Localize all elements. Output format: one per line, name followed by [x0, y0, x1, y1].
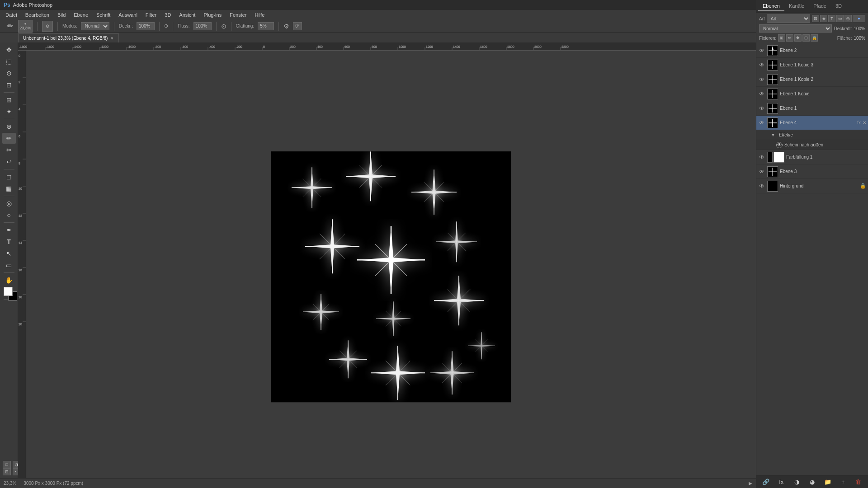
right-panel: Ebenen Kanäle Pfade 3D Art Art ⊡ ◈ T ▭ ◎…	[756, 0, 868, 488]
screen-mode-btn[interactable]: ⊟	[3, 468, 11, 475]
normal-mode-btn[interactable]: □	[3, 461, 11, 468]
svg-text:2000: 2000	[534, 45, 542, 48]
select-rect-tool[interactable]: ⬚	[2, 56, 16, 67]
brush-preset-btn[interactable]: ⊙	[42, 21, 53, 32]
document-info: 3000 Px x 3000 Px (72 ppcm)	[24, 481, 83, 486]
svg-text:10: 10	[19, 187, 22, 190]
link-layers-btn[interactable]: 🔗	[761, 478, 771, 487]
layer-visibility-toggle[interactable]: 👁	[758, 105, 765, 112]
layer-visibility-toggle[interactable]: 👁	[758, 154, 765, 161]
canvas-area[interactable]	[26, 51, 756, 478]
settings-btn[interactable]: ⚙	[283, 23, 289, 30]
layer-item[interactable]: 👁 Ebene 4 fx ✕	[756, 116, 868, 130]
filter-shape-btn[interactable]: ▭	[836, 15, 844, 22]
layer-visibility-toggle[interactable]: 👁	[758, 119, 765, 127]
menu-3d[interactable]: 3D	[161, 11, 175, 19]
crop-tool[interactable]: ⊞	[2, 94, 16, 105]
eyedropper-tool[interactable]: ✦	[2, 106, 16, 117]
type-tool[interactable]: T	[2, 236, 16, 247]
clone-tool[interactable]: ✂	[2, 145, 16, 155]
layer-visibility-toggle[interactable]: 👁	[758, 47, 765, 54]
eraser-tool[interactable]: ◻	[2, 171, 16, 182]
lock-artboard-btn[interactable]: ⊡	[802, 34, 810, 42]
layer-effects-group[interactable]: ▼ Effekte	[756, 130, 868, 140]
menu-plugins[interactable]: Plug-ins	[200, 11, 225, 19]
layer-item[interactable]: 👁 Hintergrund 🔒	[756, 179, 868, 193]
menu-fenster[interactable]: Fenster	[226, 11, 250, 19]
hand-tool[interactable]: ✋	[2, 275, 16, 286]
brush-tool[interactable]: ✏	[2, 133, 16, 144]
add-adjustment-btn[interactable]: ◕	[807, 478, 817, 487]
tab-ebenen[interactable]: Ebenen	[758, 1, 784, 11]
filter-type-select[interactable]: Art	[767, 14, 810, 23]
titlebar: Ps Adobe Photoshop ─ □ ✕	[0, 0, 868, 10]
canvas[interactable]	[271, 151, 511, 402]
dodge-tool[interactable]: ○	[2, 210, 16, 221]
filter-adjustment-btn[interactable]: ◈	[820, 15, 827, 22]
rotation-input[interactable]: 0°	[293, 22, 302, 30]
lock-pixels-btn[interactable]: ✏	[786, 34, 793, 42]
tab-pfade[interactable]: Pfade	[809, 1, 831, 11]
layer-item[interactable]: 👁 Ebene 3	[756, 164, 868, 179]
effect-visibility-icon[interactable]: 👁	[776, 142, 783, 148]
menu-filter[interactable]: Filter	[142, 11, 160, 19]
layer-options-icon[interactable]: ✕	[863, 120, 866, 125]
layer-name: Ebene 1 Kopie 2	[780, 77, 866, 82]
layer-visibility-toggle[interactable]: 👁	[758, 168, 765, 175]
filter-kind-btn[interactable]: ⊡	[812, 15, 819, 22]
tab-close-btn[interactable]: ✕	[110, 36, 114, 41]
delete-layer-btn[interactable]: 🗑	[854, 478, 863, 487]
blend-mode-select[interactable]: Normal	[759, 24, 832, 33]
menu-datei[interactable]: Datei	[2, 11, 21, 19]
layer-visibility-toggle[interactable]: 👁	[758, 90, 765, 98]
lock-position-btn[interactable]: ✥	[794, 34, 802, 42]
blur-tool[interactable]: ◎	[2, 198, 16, 209]
menu-schrift[interactable]: Schrift	[93, 11, 114, 19]
layer-visibility-toggle[interactable]: 👁	[758, 61, 765, 69]
fluss-input[interactable]	[193, 22, 212, 30]
lock-all-btn[interactable]: 🔒	[811, 34, 818, 42]
layer-item[interactable]: 👁 Ebene 1 Kopie	[756, 87, 868, 101]
quick-select-tool[interactable]: ⊡	[2, 80, 16, 90]
layer-item[interactable]: 👁 Farbfüllung 1	[756, 150, 868, 164]
layer-visibility-toggle[interactable]: 👁	[758, 76, 765, 83]
glattung-input[interactable]	[258, 22, 274, 30]
tab-kanale[interactable]: Kanäle	[784, 1, 809, 11]
pressure-opacity-btn[interactable]: ⊕	[164, 23, 168, 29]
brush-size-input[interactable]: ● 23,3%	[18, 20, 33, 33]
gradient-tool[interactable]: ▦	[2, 183, 16, 194]
menu-bearbeiten[interactable]: Bearbeiten	[22, 11, 53, 19]
foreground-color-swatch[interactable]	[4, 287, 13, 296]
history-brush-tool[interactable]: ↩	[2, 156, 16, 167]
filter-type-btn[interactable]: T	[828, 15, 835, 22]
menu-bild[interactable]: Bild	[54, 11, 69, 19]
new-group-btn[interactable]: 📁	[823, 478, 833, 487]
layer-item[interactable]: 👁 Ebene 2	[756, 43, 868, 58]
filter-smart-btn[interactable]: ◎	[844, 15, 852, 22]
filter-toggle[interactable]: ●	[853, 15, 865, 22]
deckung-input[interactable]	[137, 22, 155, 30]
lock-transparent-btn[interactable]: ⊞	[778, 34, 785, 42]
tab-document[interactable]: Unbenannt-1 bei 23,3% (Ebene 4, RGB/8) ✕	[18, 33, 119, 42]
airbrush-btn[interactable]: ⊙	[221, 23, 226, 30]
new-layer-btn[interactable]: +	[838, 478, 848, 487]
lasso-tool[interactable]: ⊙	[2, 68, 16, 79]
menu-ebene[interactable]: Ebene	[70, 11, 92, 19]
modus-select[interactable]: Normal	[81, 22, 109, 30]
layer-visibility-toggle[interactable]: 👁	[758, 183, 765, 190]
add-mask-btn[interactable]: ◑	[792, 478, 802, 487]
layer-item[interactable]: 👁 Ebene 1	[756, 101, 868, 116]
shape-tool[interactable]: ▭	[2, 260, 16, 271]
menu-ansicht[interactable]: Ansicht	[175, 11, 199, 19]
pen-tool[interactable]: ✒	[2, 225, 16, 235]
layer-effect-item[interactable]: 👁 Schein nach außen	[756, 140, 868, 150]
add-style-btn[interactable]: fx	[776, 478, 786, 487]
menu-auswahl[interactable]: Auswahl	[115, 11, 141, 19]
layer-item[interactable]: 👁 Ebene 1 Kopie 3	[756, 58, 868, 72]
menu-hilfe[interactable]: Hilfe	[251, 11, 268, 19]
path-select-tool[interactable]: ↖	[2, 248, 16, 259]
move-tool[interactable]: ✥	[2, 44, 16, 55]
heal-tool[interactable]: ⊕	[2, 121, 16, 132]
tab-3d[interactable]: 3D	[831, 1, 846, 11]
layer-item[interactable]: 👁 Ebene 1 Kopie 2	[756, 72, 868, 87]
